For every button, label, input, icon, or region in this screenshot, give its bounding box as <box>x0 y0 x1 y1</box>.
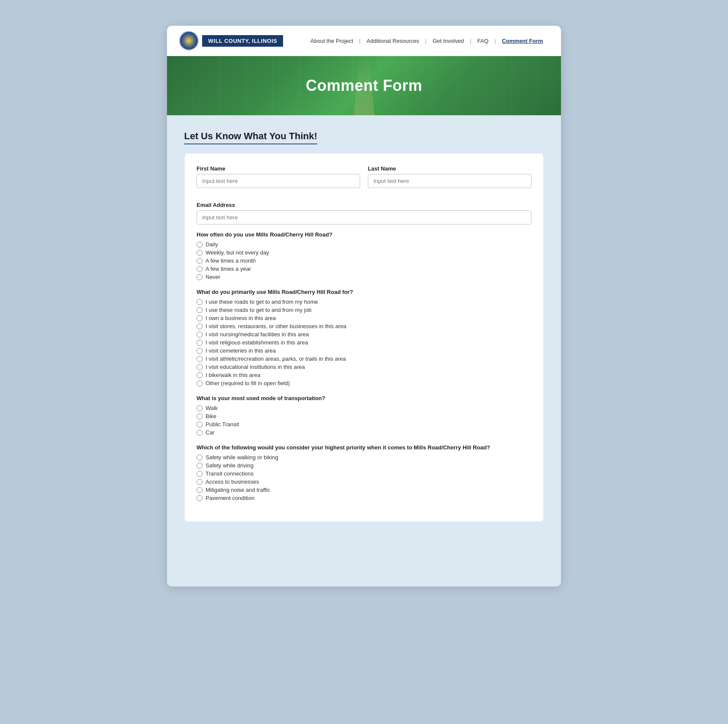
radio-option-2-11[interactable]: Other (required to fill in open field) <box>197 380 531 386</box>
radio-option-3-4[interactable]: Car <box>197 429 531 436</box>
email-label: Email Address <box>197 202 531 208</box>
radio-input-4-2[interactable] <box>197 463 203 469</box>
radio-option-2-1[interactable]: I use these roads to get to and from my … <box>197 299 531 305</box>
nav-link-comment-form[interactable]: Comment Form <box>496 38 549 44</box>
logo-emblem <box>180 32 197 49</box>
radio-option-4-6[interactable]: Pavement condition <box>197 495 531 501</box>
radio-option-3-1[interactable]: Walk <box>197 405 531 411</box>
radio-input-3-2[interactable] <box>197 413 203 419</box>
radio-option-1-1[interactable]: Daily <box>197 241 531 248</box>
radio-label-1-1: Daily <box>206 241 218 248</box>
radio-input-4-4[interactable] <box>197 479 203 485</box>
radio-option-2-7[interactable]: I visit cemeteries in this area <box>197 347 531 354</box>
radio-label-4-1: Safety while walking or biking <box>206 454 278 461</box>
radio-label-1-4: A few times a year <box>206 266 251 272</box>
email-input[interactable] <box>197 210 531 224</box>
radio-label-4-3: Transit connections <box>206 470 254 477</box>
radio-input-1-1[interactable] <box>197 242 203 248</box>
radio-option-4-5[interactable]: Mitigating noise and traffic <box>197 487 531 493</box>
radio-label-4-5: Mitigating noise and traffic <box>206 487 270 493</box>
logo-banner: WILL COUNTY, ILLINOIS <box>202 35 283 47</box>
radio-input-2-3[interactable] <box>197 315 203 321</box>
radio-option-4-3[interactable]: Transit connections <box>197 470 531 477</box>
radio-label-2-9: I visit educational institutions in this… <box>206 364 305 370</box>
question-title-2: What do you primarily use Mills Road/Che… <box>197 289 531 295</box>
radio-option-2-2[interactable]: I use these roads to get to and from my … <box>197 307 531 313</box>
radio-input-1-2[interactable] <box>197 250 203 256</box>
radio-option-2-3[interactable]: I own a business in this area <box>197 315 531 321</box>
radio-input-3-4[interactable] <box>197 430 203 436</box>
radio-label-2-8: I visit athletic/recreation areas, parks… <box>206 356 346 362</box>
nav-link-about-the-project[interactable]: About the Project <box>304 38 359 44</box>
radio-input-4-6[interactable] <box>197 495 203 501</box>
radio-option-3-3[interactable]: Public Transit <box>197 421 531 428</box>
question-block-4: Which of the following would you conside… <box>197 444 531 501</box>
radio-label-2-10: I bike/walk in this area <box>206 372 260 378</box>
radio-option-2-10[interactable]: I bike/walk in this area <box>197 372 531 378</box>
radio-label-2-5: I visit nursing/medical facilities in th… <box>206 331 309 338</box>
radio-label-2-6: I visit religious establishments in this… <box>206 339 308 346</box>
radio-input-1-3[interactable] <box>197 258 203 264</box>
last-name-label: Last Name <box>368 165 531 172</box>
question-title-4: Which of the following would you conside… <box>197 444 531 451</box>
radio-label-2-2: I use these roads to get to and from my … <box>206 307 311 313</box>
radio-input-2-7[interactable] <box>197 348 203 354</box>
radio-option-4-4[interactable]: Access to businesses <box>197 479 531 485</box>
radio-input-2-8[interactable] <box>197 356 203 362</box>
radio-input-4-5[interactable] <box>197 487 203 493</box>
hero-title: Comment Form <box>167 77 561 95</box>
radio-label-2-3: I own a business in this area <box>206 315 276 321</box>
first-name-group: First Name <box>197 165 360 188</box>
header: WILL COUNTY, ILLINOIS About the Project|… <box>167 26 561 56</box>
radio-input-2-9[interactable] <box>197 364 203 370</box>
form-section-title: Let Us Know What You Think! <box>184 131 317 144</box>
nav-link-get-involved[interactable]: Get Involved <box>427 38 470 44</box>
radio-input-1-5[interactable] <box>197 274 203 280</box>
radio-option-2-6[interactable]: I visit religious establishments in this… <box>197 339 531 346</box>
radio-option-1-2[interactable]: Weekly, but not every day <box>197 249 531 256</box>
page-container: WILL COUNTY, ILLINOIS About the Project|… <box>167 26 561 586</box>
question-title-1: How often do you use Mills Road/Cherry H… <box>197 231 531 238</box>
radio-option-3-2[interactable]: Bike <box>197 413 531 419</box>
radio-label-3-4: Car <box>206 429 215 436</box>
radio-input-2-5[interactable] <box>197 332 203 338</box>
last-name-input[interactable] <box>368 174 531 188</box>
radio-option-1-3[interactable]: A few times a month <box>197 257 531 264</box>
radio-option-2-8[interactable]: I visit athletic/recreation areas, parks… <box>197 356 531 362</box>
nav-link-additional-resources[interactable]: Additional Resources <box>361 38 425 44</box>
radio-label-2-4: I visit stores, restaurants, or other bu… <box>206 323 346 329</box>
radio-input-2-1[interactable] <box>197 299 203 305</box>
email-group: Email Address <box>197 202 531 224</box>
radio-option-4-2[interactable]: Safety while driving <box>197 462 531 469</box>
nav-link-faq[interactable]: FAQ <box>471 38 495 44</box>
radio-option-1-5[interactable]: Never <box>197 274 531 280</box>
radio-label-3-3: Public Transit <box>206 421 239 428</box>
radio-option-4-1[interactable]: Safety while walking or biking <box>197 454 531 461</box>
radio-label-4-2: Safety while driving <box>206 462 254 469</box>
first-name-label: First Name <box>197 165 360 172</box>
radio-option-2-9[interactable]: I visit educational institutions in this… <box>197 364 531 370</box>
radio-option-1-4[interactable]: A few times a year <box>197 266 531 272</box>
question-title-3: What is your most used mode of transport… <box>197 395 531 401</box>
radio-input-2-4[interactable] <box>197 323 203 329</box>
hero-section: Comment Form <box>167 56 561 115</box>
radio-option-2-5[interactable]: I visit nursing/medical facilities in th… <box>197 331 531 338</box>
main-nav: About the Project|Additional Resources|G… <box>304 38 549 44</box>
radio-input-4-3[interactable] <box>197 471 203 477</box>
radio-input-2-6[interactable] <box>197 340 203 346</box>
radio-input-2-10[interactable] <box>197 372 203 378</box>
radio-input-4-1[interactable] <box>197 455 203 461</box>
radio-label-2-1: I use these roads to get to and from my … <box>206 299 318 305</box>
main-content: Let Us Know What You Think! First Name L… <box>167 115 561 586</box>
radio-input-2-11[interactable] <box>197 380 203 386</box>
radio-input-1-4[interactable] <box>197 266 203 272</box>
first-name-input[interactable] <box>197 174 360 188</box>
radio-input-3-3[interactable] <box>197 422 203 428</box>
radio-option-2-4[interactable]: I visit stores, restaurants, or other bu… <box>197 323 531 329</box>
radio-label-1-5: Never <box>206 274 221 280</box>
radio-label-1-2: Weekly, but not every day <box>206 249 269 256</box>
radio-input-3-1[interactable] <box>197 405 203 411</box>
radio-label-2-7: I visit cemeteries in this area <box>206 347 276 354</box>
radio-input-2-2[interactable] <box>197 307 203 313</box>
radio-label-1-3: A few times a month <box>206 257 256 264</box>
